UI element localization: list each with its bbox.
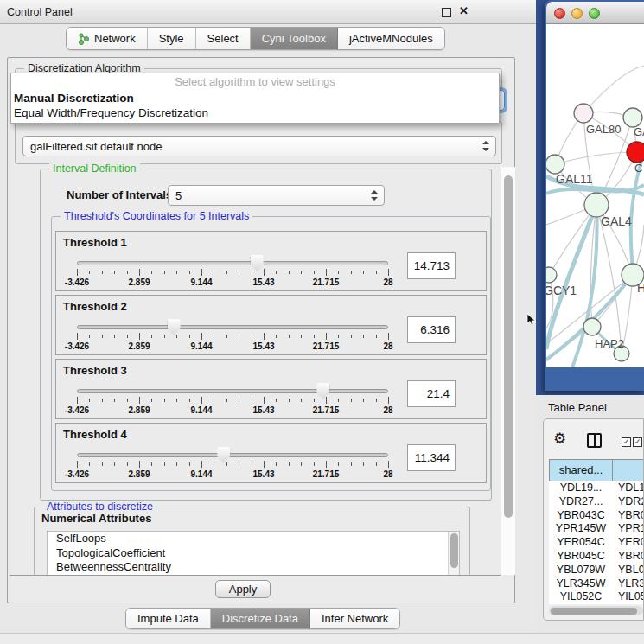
threshold-value-field[interactable]: 6.316 — [407, 316, 456, 343]
table-data-combo[interactable]: galFiltered.sif default node — [22, 136, 496, 156]
tick-mark — [102, 335, 103, 338]
network-graph: GAL80 GA C GAL11 GAL4 GCY1 H HAP2 — [546, 24, 644, 367]
threshold-slider[interactable]: -3.4262.8599.14415.4321.71528 — [77, 318, 388, 354]
interval-definition-group: Interval Definition Number of Intervals … — [40, 169, 492, 501]
node-hap2[interactable] — [583, 318, 601, 335]
tick-mark — [214, 335, 214, 338]
gear-icon[interactable]: ⚙ — [553, 430, 566, 448]
slider-ticks — [77, 269, 388, 277]
attributes-group: Attributes to discretize Numerical Attri… — [34, 507, 470, 576]
tab-select[interactable]: Select — [196, 28, 251, 49]
list-item[interactable]: SelfLoops — [48, 532, 459, 546]
tab-cyni-toolbox[interactable]: Cyni Toolbox — [251, 28, 338, 49]
threshold-slider[interactable]: -3.4262.8599.14415.4321.71528 — [77, 382, 388, 418]
table-panel-title: Table Panel — [548, 401, 607, 414]
apply-button[interactable]: Apply — [215, 580, 271, 598]
threshold-value-field[interactable]: 21.4 — [407, 380, 456, 407]
tick-mark — [338, 462, 339, 466]
attributes-list[interactable]: SelfLoopsTopologicalCoefficientBetweenne… — [47, 531, 460, 576]
tab-style[interactable]: Style — [148, 28, 196, 49]
tab-network[interactable]: Network — [67, 28, 148, 49]
list-scrollbar[interactable] — [448, 532, 459, 575]
threshold-value-field[interactable]: 11.344 — [407, 444, 456, 471]
table-row[interactable]: YDR27...YDR27... — [549, 495, 644, 509]
bottom-strip — [0, 633, 644, 644]
tick-mark — [363, 335, 364, 338]
column-header-shared-name[interactable]: shared... — [549, 459, 613, 481]
column-header-name[interactable]: na — [613, 459, 644, 481]
table-row[interactable]: YPR145WYPR145W — [549, 522, 644, 536]
node-gal4[interactable] — [584, 193, 609, 217]
tick-mark — [338, 271, 339, 274]
float-icon[interactable] — [442, 8, 451, 17]
network-canvas[interactable]: GAL80 GA C GAL11 GAL4 GCY1 H HAP2 — [546, 24, 644, 367]
tick-mark — [289, 462, 290, 466]
tab-infer-network[interactable]: Infer Network — [310, 609, 399, 628]
tick-mark — [376, 271, 377, 274]
node-label: C — [634, 162, 642, 175]
table-h-scrollbar[interactable] — [549, 606, 643, 615]
tick-label: 2.859 — [128, 277, 150, 287]
tick-mark — [127, 399, 128, 402]
checkbox-icon[interactable]: ✓ — [633, 437, 642, 447]
list-item[interactable]: BetweennessCentrality — [48, 560, 459, 575]
attributes-group-title: Attributes to discretize — [43, 501, 156, 513]
tab-discretize-data[interactable]: Discretize Data — [211, 609, 310, 628]
minimize-traffic-light[interactable] — [571, 8, 583, 19]
tick-mark — [164, 271, 165, 274]
node-gal11[interactable] — [546, 155, 564, 174]
node-gal80[interactable] — [574, 104, 593, 123]
tick-mark — [201, 397, 202, 404]
attributes-list-items: SelfLoopsTopologicalCoefficientBetweenne… — [48, 532, 459, 575]
table-row[interactable]: YBR045CYBR045C — [549, 550, 644, 564]
table-row[interactable]: YBL079WYBL079W — [549, 564, 644, 577]
tab-jactivemnodules[interactable]: jActiveMNodules — [338, 28, 444, 49]
bottom-tab-bar: Impute Data Discretize Data Infer Networ… — [125, 608, 400, 629]
columns-icon[interactable] — [587, 433, 602, 448]
table-row[interactable]: YLR345WYLR345W — [549, 577, 644, 591]
threshold-slider[interactable]: -3.4262.8599.14415.4321.71528 — [77, 446, 388, 482]
slider-track[interactable] — [77, 453, 388, 457]
panel-scrollbar[interactable] — [501, 167, 515, 575]
table-row[interactable]: YIL052CYIL052C — [549, 590, 644, 604]
tick-mark — [102, 462, 103, 466]
tab-cyni-toolbox-label: Cyni Toolbox — [262, 32, 326, 45]
tab-impute-data[interactable]: Impute Data — [126, 609, 211, 628]
tick-label: -3.426 — [65, 341, 89, 351]
number-of-intervals-label: Number of Intervals — [67, 188, 172, 201]
zoom-traffic-light[interactable] — [589, 8, 600, 19]
slider-track[interactable] — [77, 389, 388, 393]
slider-track[interactable] — [77, 325, 388, 329]
threshold-slider[interactable]: -3.4262.8599.14415.4321.71528 — [77, 254, 388, 290]
network-window-titlebar[interactable] — [546, 2, 644, 24]
tick-mark — [338, 335, 339, 338]
table-panel-card: ⚙ ✓ ✓ shared... na YDL19...YDL19...YDR27… — [543, 418, 644, 621]
list-item[interactable]: TopologicalCoefficient — [48, 546, 459, 561]
cell-shared-name: YBL079W — [549, 564, 613, 577]
node-gcy1[interactable] — [546, 267, 557, 283]
tick-mark — [239, 399, 239, 402]
tick-mark — [102, 271, 103, 274]
table-row[interactable]: YBR043CYBR043C — [549, 509, 644, 523]
number-of-intervals-combo[interactable]: 5 — [168, 185, 385, 206]
table-row[interactable]: YDL19...YDL19... — [549, 481, 644, 495]
popup-item-manual-discretization[interactable]: Manual Discretization — [11, 91, 499, 105]
threshold-label: Threshold 1 — [63, 236, 127, 249]
tick-mark — [127, 271, 128, 274]
panel-scrollbar-thumb[interactable] — [504, 175, 513, 518]
table-h-scrollbar-thumb[interactable] — [551, 608, 637, 615]
close-icon[interactable]: ✕ — [459, 4, 469, 17]
popup-item-equal-width-frequency[interactable]: Equal Width/Frequency Discretization — [11, 105, 499, 120]
close-traffic-light[interactable] — [554, 8, 565, 19]
table-row[interactable]: YER054CYER054C — [549, 536, 644, 550]
tick-mark — [189, 462, 190, 466]
list-scrollbar-thumb[interactable] — [450, 533, 458, 568]
threshold-value-field[interactable]: 14.713 — [407, 252, 456, 279]
checkbox-icon[interactable]: ✓ — [622, 437, 631, 447]
node-ga[interactable] — [623, 108, 642, 127]
viewport-divider — [10, 575, 501, 576]
node-red-selected[interactable] — [627, 142, 644, 163]
slider-track[interactable] — [77, 261, 388, 265]
tick-mark — [164, 399, 165, 402]
network-view-window[interactable]: GAL80 GA C GAL11 GAL4 GCY1 H HAP2 — [545, 0, 644, 391]
